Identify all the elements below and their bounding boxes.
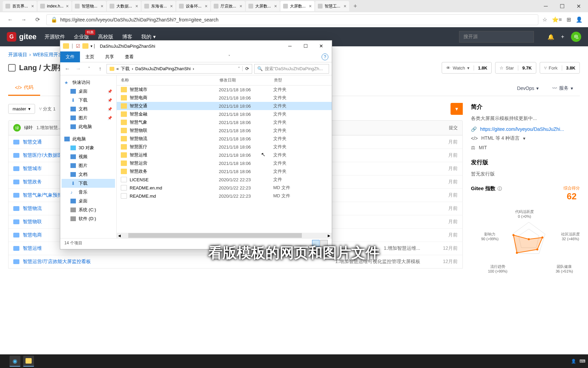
scroll-thumb[interactable]	[128, 233, 302, 238]
browser-tab[interactable]: index.h...×	[37, 1, 71, 11]
tab-close-icon[interactable]: ×	[101, 3, 103, 9]
notification-icon[interactable]: 🔔	[548, 34, 554, 40]
breadcrumb-item[interactable]: WEB应用开发	[33, 52, 63, 58]
nav-back[interactable]: ←	[5, 15, 15, 25]
watch-button[interactable]: 👁Watch ▾ 1.8K	[442, 62, 492, 74]
col-date[interactable]: 修改日期	[219, 77, 274, 83]
browser-tab[interactable]: 首页界...×	[3, 1, 37, 11]
explorer-file-row[interactable]: LICENSE2020/1/22 22:23文件	[117, 175, 332, 184]
nav-edu[interactable]: 高校版	[98, 34, 113, 40]
browser-tab[interactable]: 智慧物...×	[72, 1, 106, 11]
ribbon-share[interactable]: 共享	[100, 51, 119, 62]
tab-close-icon[interactable]: ×	[240, 3, 242, 9]
window-maximize[interactable]: ☐	[555, 1, 569, 11]
sidebar-desktop2[interactable]: 桌面	[62, 197, 115, 205]
nav-forward[interactable]: →	[19, 15, 29, 25]
nav-up[interactable]: ↑	[96, 64, 104, 73]
sidebar-thispc[interactable]: 此电脑	[62, 122, 115, 131]
branch-count[interactable]: ⑂ 分支 1	[39, 106, 55, 112]
create-icon[interactable]: +	[561, 34, 564, 40]
tray-keyboard-icon[interactable]: ⌨	[579, 359, 585, 364]
taskbar-edge[interactable]: ◉	[10, 356, 20, 367]
tab-services[interactable]: 〰 服务 ▾	[545, 80, 580, 96]
tab-close-icon[interactable]: ×	[170, 3, 173, 9]
tab-code[interactable]: </> 代码	[8, 80, 40, 96]
explorer-file-row[interactable]: 智慧运营2021/1/18 18:06文件夹	[117, 159, 332, 167]
path-dropdown-icon[interactable]: ˅	[238, 66, 240, 71]
taskbar-explorer[interactable]	[23, 356, 34, 367]
sidebar-docs[interactable]: 文档📌	[62, 105, 115, 113]
sidebar-docs2[interactable]: 文档	[62, 170, 115, 179]
tab-close-icon[interactable]: ×	[205, 3, 208, 9]
tab-close-icon[interactable]: ×	[66, 3, 69, 9]
explorer-file-row[interactable]: README.en.md2020/1/22 22:23MD 文件	[117, 184, 332, 192]
nav-mine[interactable]: 我的 ▾	[141, 34, 156, 40]
browser-tab[interactable]: 厅店效...×	[211, 1, 245, 11]
sidebar-music[interactable]: ♪音乐	[62, 188, 115, 197]
tab-close-icon[interactable]: ×	[135, 3, 138, 9]
favorites-list-icon[interactable]: ⭐≡	[552, 16, 562, 23]
sidebar-drive-d[interactable]: 软件 (D:)	[62, 214, 115, 223]
sidebar-pics[interactable]: 图片📌	[62, 113, 115, 122]
profile-icon[interactable]: 👤	[576, 16, 583, 23]
explorer-titlebar[interactable]: │ ☑ ▾ │ DaShuJuZhiDaPingZhanShi ─ ☐ ✕	[60, 41, 332, 51]
path-bar[interactable]: « 下载 › DaShuJuZhiDaPingZhanShi › ˅ ⟳	[107, 64, 252, 74]
window-minimize[interactable]: ─	[539, 1, 553, 11]
column-headers[interactable]: 名称 修改日期 类型	[117, 75, 332, 86]
ribbon-home[interactable]: 主页	[80, 51, 100, 62]
collections-icon[interactable]: ⊞	[567, 16, 571, 23]
sidebar-downloads[interactable]: ⬇下载📌	[62, 96, 115, 105]
explorer-file-row[interactable]: 智慧电商2021/1/18 18:06文件夹	[117, 94, 332, 102]
sidebar-downloads2[interactable]: ⬇下载	[62, 179, 115, 188]
browser-tab[interactable]: 设备环...×	[176, 1, 210, 11]
explorer-file-row[interactable]: 智慧运维2021/1/18 18:06文件夹	[117, 151, 332, 159]
sidebar-video[interactable]: 视频	[62, 152, 115, 161]
new-tab-button[interactable]: +	[350, 1, 361, 11]
file-name[interactable]: 智慧交通	[23, 139, 42, 145]
gitee-logo[interactable]: G gitee	[7, 32, 36, 42]
col-name[interactable]: 名称	[121, 77, 219, 83]
explorer-file-row[interactable]: 智慧金融2021/1/18 18:06文件夹	[117, 110, 332, 118]
nav-refresh[interactable]: ⟳	[33, 15, 42, 25]
commit-message[interactable]: 1.增加智慧...	[36, 125, 62, 131]
ribbon-view[interactable]: 查看	[119, 51, 139, 62]
file-name[interactable]: 智慧运维	[23, 245, 42, 251]
commit-author[interactable]: 绿叶	[24, 125, 33, 131]
explorer-file-row[interactable]: 智慧城市2021/1/18 18:06文件夹	[117, 86, 332, 94]
explorer-file-row[interactable]: 智慧交通2021/1/18 18:06文件夹	[117, 102, 332, 110]
tab-close-icon[interactable]: ×	[309, 3, 312, 9]
window-close[interactable]: ✕	[572, 1, 585, 11]
nav-enterprise[interactable]: 企业版 特惠	[74, 34, 89, 40]
explorer-close[interactable]: ✕	[313, 41, 329, 51]
sidebar-pics2[interactable]: 图片	[62, 161, 115, 170]
nav-back[interactable]: ←	[63, 64, 72, 73]
explorer-maximize[interactable]: ☐	[298, 41, 313, 51]
sidebar-desktop[interactable]: 桌面📌	[62, 87, 115, 96]
gitee-search-input[interactable]: 搜开源	[459, 31, 534, 43]
tab-close-icon[interactable]: ×	[31, 3, 34, 9]
sidebar-thispc-header[interactable]: 此电脑	[62, 135, 115, 143]
browser-tab[interactable]: 东海省...×	[142, 1, 176, 11]
col-type[interactable]: 类型	[274, 77, 308, 83]
file-name[interactable]: 智慧物联	[23, 219, 42, 225]
tab-devops[interactable]: DevOps ▾	[510, 80, 545, 96]
nav-forward[interactable]: →	[74, 64, 83, 73]
url-input[interactable]: 🔒 https://gitee.com/lvyeyou/DaShuJuZhiDa…	[46, 14, 538, 25]
clone-button[interactable]: ▾	[451, 103, 463, 115]
nav-recent[interactable]: ˅	[85, 64, 94, 73]
scroll-right-icon[interactable]: ▶	[326, 234, 332, 237]
repo-link[interactable]: 🔗https://gitee.com/lvyeyou/DaShuJuZhi...	[471, 126, 580, 132]
tray-people-icon[interactable]: 👤	[571, 359, 576, 364]
explorer-file-row[interactable]: 智慧政务2021/1/18 18:06文件夹	[117, 167, 332, 175]
file-name[interactable]: 智慧运营/厅店效能大屏监控看板	[23, 259, 91, 265]
scroll-left-icon[interactable]: ◀	[117, 234, 122, 237]
repo-license[interactable]: ⚖MIT	[471, 145, 580, 150]
start-button[interactable]	[3, 356, 7, 367]
file-name[interactable]: 智慧城市	[23, 166, 42, 172]
sidebar-quick-access[interactable]: ★快速访问	[62, 78, 115, 87]
tab-close-icon[interactable]: ×	[274, 3, 277, 9]
repo-language[interactable]: </>HTML 等 4 种语言 ▾	[471, 135, 580, 141]
star-button[interactable]: ☆Star 9.7K	[495, 62, 536, 74]
explorer-minimize[interactable]: ─	[282, 41, 298, 51]
browser-tab[interactable]: 大数据...×	[107, 1, 141, 11]
